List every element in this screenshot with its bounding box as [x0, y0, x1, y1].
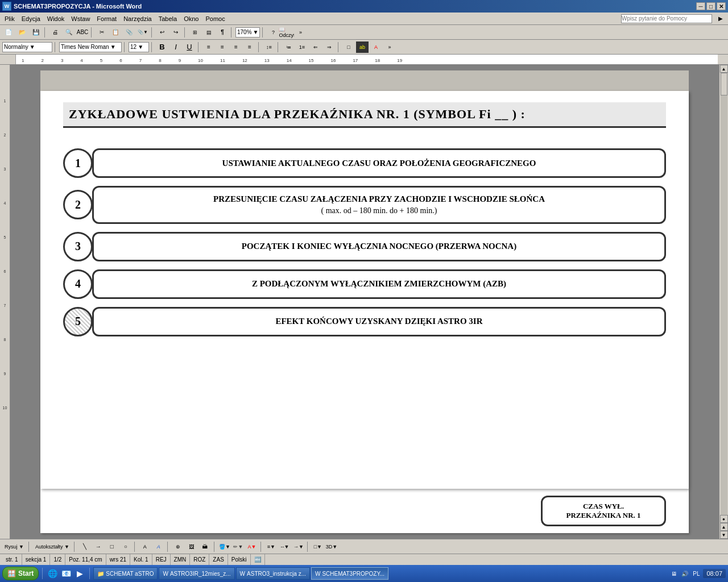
size-dropdown[interactable]: 12 ▼ [129, 42, 149, 52]
taskbar-app-schemat3[interactable]: W SCHEMAT3PROPOZY... [311, 567, 388, 580]
justify-button[interactable]: ≡ [243, 41, 256, 53]
rectangle-tool[interactable]: □ [106, 541, 118, 552]
maximize-button[interactable]: □ [706, 2, 715, 10]
help-search-input[interactable] [621, 14, 712, 23]
menu-plik[interactable]: Plik [1, 14, 18, 23]
font-color-draw-button[interactable]: A▼ [246, 541, 258, 552]
minimize-button[interactable]: ─ [696, 2, 705, 10]
status-zas[interactable]: ZAS [209, 554, 228, 565]
align-left-button[interactable]: ≡ [202, 41, 215, 53]
line-style-button[interactable]: ≡▼ [265, 541, 278, 552]
copy-button[interactable]: 📋 [109, 27, 122, 38]
align-center-button[interactable]: ≡ [216, 41, 229, 53]
item-row-1: 1 USTAWIANIE AKTUALNEGO CZASU ORAZ POŁOŻ… [63, 148, 666, 178]
fill-color-button[interactable]: 🪣▼ [218, 541, 231, 552]
toolbar-more[interactable]: » [294, 27, 307, 38]
standard-toolbar: 📄 📂 💾 🖨 🔍 ABC ✂ 📋 📎 📎▼ ↩ ↪ ⊞ ▤ ¶ 170% ▼ … [0, 25, 728, 40]
status-pages: 1/2 [50, 554, 65, 565]
arrow-style-button[interactable]: →▼ [292, 541, 305, 552]
picture-tool[interactable]: 🏔 [199, 541, 212, 552]
oval-tool[interactable]: ○ [119, 541, 132, 552]
autoshapes-button[interactable]: Autokształty ▼ [33, 541, 72, 552]
menu-wstaw[interactable]: Wstaw [68, 14, 93, 23]
menu-widok[interactable]: Widok [44, 14, 68, 23]
3d-button[interactable]: 3D▼ [325, 541, 338, 552]
menu-tabela[interactable]: Tabela [155, 14, 180, 23]
scroll-up-button[interactable]: ▲ [720, 65, 728, 73]
status-rej[interactable]: REJ [152, 554, 171, 565]
close-button[interactable]: ✕ [717, 2, 726, 10]
start-button[interactable]: 🪟 Start [2, 567, 39, 580]
prev-page-button[interactable]: ▲ [720, 523, 728, 531]
drawing-toolbar: Rysuj ▼ Autokształty ▼ ╲ → □ ○ A A ⊕ 🖼 🏔… [0, 539, 728, 554]
outlook-quicklaunch[interactable]: 📧 [60, 568, 72, 579]
line-spacing-button[interactable]: ↕≡ [263, 41, 275, 53]
tray-lang[interactable]: PL [692, 571, 701, 577]
spelling-button[interactable]: ABC [76, 27, 89, 38]
print-button[interactable]: 🖨 [49, 27, 61, 38]
table-button[interactable]: ⊞ [189, 27, 201, 38]
font-color-button[interactable]: A [370, 41, 382, 53]
textbox-tool[interactable]: A [139, 541, 151, 552]
help-search-button[interactable]: ▶ [714, 13, 727, 24]
dash-style-button[interactable]: --▼ [279, 541, 291, 552]
cut-button[interactable]: ✂ [96, 27, 108, 38]
scroll-thumb[interactable] [721, 73, 727, 95]
diagram-tool[interactable]: ⊕ [172, 541, 184, 552]
select-browse-object-button[interactable]: ● [720, 515, 728, 523]
window-title: SCHEMAT3PROPOZYCJA - Microsoft Word [14, 3, 142, 10]
next-page-button[interactable]: ▼ [720, 531, 728, 539]
wordart-tool[interactable]: A [152, 541, 165, 552]
shadow-button[interactable]: □▼ [312, 541, 324, 552]
mediaplayer-quicklaunch[interactable]: ▶ [73, 568, 86, 579]
help-button[interactable]: ? [267, 27, 279, 38]
undo-button[interactable]: ↩ [156, 27, 168, 38]
redo-button[interactable]: ↪ [169, 27, 182, 38]
menu-edycja[interactable]: Edycja [18, 14, 44, 23]
line-tool[interactable]: ╲ [78, 541, 91, 552]
print-preview-button[interactable]: 🔍 [63, 27, 75, 38]
align-right-button[interactable]: ≡ [230, 41, 242, 53]
partial-box: CZAS WYŁ. PRZEKAŹNIKA NR. 1 [541, 496, 666, 526]
style-dropdown[interactable]: Normalny ▼ [2, 42, 52, 52]
zoom-dropdown[interactable]: 170% ▼ [235, 27, 260, 38]
numbering-button[interactable]: 1≡ [296, 41, 308, 53]
read-mode-button[interactable]: 📖Odczyt [280, 27, 293, 38]
bullets-button[interactable]: ≔ [282, 41, 295, 53]
taskbar-app-astro12[interactable]: W ASTRO3IR_12mies_z... [159, 567, 234, 580]
increase-indent-button[interactable]: ⇒ [323, 41, 336, 53]
status-zmn[interactable]: ZMN [171, 554, 191, 565]
ie-quicklaunch[interactable]: 🌐 [46, 568, 59, 579]
paste-special-button[interactable]: 📎▼ [136, 27, 149, 38]
paste-button[interactable]: 📎 [123, 27, 135, 38]
arrow-tool[interactable]: → [92, 541, 105, 552]
menu-format[interactable]: Format [93, 14, 120, 23]
clipart-tool[interactable]: 🖼 [185, 541, 198, 552]
menu-narzedzia[interactable]: Narzędzia [120, 14, 155, 23]
border-button[interactable]: □ [342, 41, 355, 53]
size-value: 12 [130, 44, 136, 50]
taskbar-app-schemat[interactable]: 📁 SCHEMAT aSTRO [93, 567, 158, 580]
fmt-more[interactable]: » [383, 41, 396, 53]
line-color-button[interactable]: ✏▼ [232, 541, 245, 552]
draw-sep-2 [74, 542, 76, 552]
show-hide-button[interactable]: ¶ [216, 27, 229, 38]
taskbar-app-astro3[interactable]: W ASTRO3_instrukcja z... [236, 567, 310, 580]
columns-button[interactable]: ▤ [202, 27, 215, 38]
italic-button[interactable]: I [169, 41, 182, 53]
draw-button[interactable]: Rysuj ▼ [2, 541, 26, 552]
font-dropdown[interactable]: Times New Roman ▼ [59, 42, 122, 52]
menu-pomoc[interactable]: Pomoc [202, 14, 228, 23]
status-roz[interactable]: ROZ [190, 554, 209, 565]
underline-button[interactable]: U [183, 41, 196, 53]
scroll-track[interactable] [721, 73, 727, 515]
open-button[interactable]: 📂 [16, 27, 28, 38]
status-position: Poz. 11,4 cm [65, 554, 106, 565]
tray-volume-icon[interactable]: 🔊 [680, 571, 689, 577]
highlight-button[interactable]: ab [356, 41, 369, 53]
new-button[interactable]: 📄 [2, 27, 15, 38]
menu-okno[interactable]: Okno [180, 14, 202, 23]
save-button[interactable]: 💾 [30, 27, 42, 38]
decrease-indent-button[interactable]: ⇐ [309, 41, 322, 53]
bold-button[interactable]: B [156, 41, 168, 53]
